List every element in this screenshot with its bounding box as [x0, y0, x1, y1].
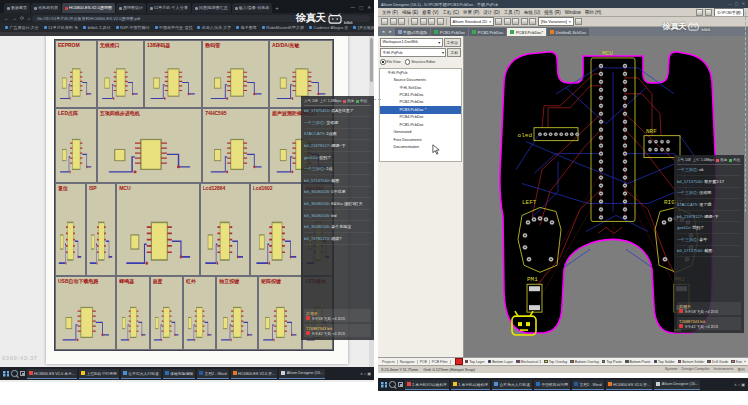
- menu-item[interactable]: 文件 (F): [382, 10, 398, 15]
- layer-tab[interactable]: Top Solder: [654, 360, 675, 364]
- layer-tab[interactable]: Bottom Solder: [678, 360, 705, 364]
- copy-icon[interactable]: [420, 18, 427, 25]
- nav-icon[interactable]: [696, 9, 703, 16]
- start-button-icon[interactable]: [381, 382, 387, 388]
- browser-tab[interactable]: HC6800-ES-V2.0原理图: [62, 3, 115, 13]
- menu-item[interactable]: Window: [565, 10, 581, 15]
- view-mode-dropdown[interactable]: Altium Standard 2D▾: [450, 17, 494, 26]
- panel-tab[interactable]: PCB Filter: [430, 360, 451, 364]
- document-tab[interactable]: 手柄v1完成版: [395, 28, 431, 36]
- paste-icon[interactable]: [428, 18, 435, 25]
- bookmark-item[interactable]: 中国器件信息·查找: [155, 25, 193, 30]
- layer-tab[interactable]: Bottom Overlay: [570, 360, 599, 364]
- tree-item[interactable]: 手柄.SchDoc: [380, 84, 461, 92]
- taskbar-app-button[interactable]: 全不想大人们知道: [492, 380, 532, 390]
- tab-scroll-right-icon[interactable]: ▸: [387, 28, 393, 36]
- tree-item[interactable]: PCB1.PcbDoc: [380, 91, 461, 99]
- status-panel-link[interactable]: Instruments: [714, 367, 734, 372]
- window-control-button[interactable]: ▢: [735, 0, 739, 8]
- project-dropdown[interactable]: 手柄.PrjPcb▾: [380, 48, 446, 57]
- tree-item[interactable]: 手柄.PrjPcb: [380, 69, 461, 77]
- browser-tab[interactable]: 新标签页: [4, 3, 30, 13]
- taskbar-app-button[interactable]: 文档2 - Word: [572, 380, 604, 390]
- file-view-radio[interactable]: File View: [380, 59, 401, 65]
- bookmark-item[interactable]: NXP-中国官网站: [116, 25, 150, 30]
- tree-item[interactable]: PCB4.PcbDoc: [380, 114, 461, 122]
- route-icon[interactable]: [512, 18, 519, 25]
- workspace-button[interactable]: 工作台: [444, 38, 461, 47]
- panel-tab[interactable]: Navigator: [398, 360, 418, 364]
- bookmark-item[interactable]: 广告屏设计-大全: [5, 25, 39, 30]
- layer-tab[interactable]: Bottom Layer: [488, 360, 513, 364]
- via-icon[interactable]: [521, 18, 528, 25]
- tree-item[interactable]: PCB3.PcbDoc *: [380, 106, 461, 114]
- bookmark-item[interactable]: Cadence Allegro-在: [309, 25, 348, 30]
- status-panel-link[interactable]: Design Compiler: [681, 367, 709, 372]
- bookmark-item[interactable]: RoboMaster机甲大师: [262, 25, 304, 30]
- layer-tab[interactable]: Top Layer: [465, 360, 485, 364]
- nav-icon[interactable]: [705, 9, 712, 16]
- menu-item[interactable]: 编辑 (E): [402, 10, 418, 15]
- taskbar-app-button[interactable]: 让不得大人们知道: [121, 369, 161, 379]
- workspace-dropdown[interactable]: Workspace1.DsnWrk▾: [380, 38, 443, 47]
- bookmark-item[interactable]: [开发板]科创选题: [353, 25, 374, 30]
- menu-item[interactable]: 报告 (R): [544, 10, 561, 15]
- taskbar-app-button[interactable]: Altium Designer (16...: [279, 369, 325, 379]
- taskbar-app-button[interactable]: 2.单片机I/O试验程序: [405, 380, 449, 390]
- browser-tab[interactable]: 51单片机·个人分享: [147, 3, 191, 13]
- document-path-box[interactable]: D:\PCB\手柄\: [714, 8, 744, 17]
- undo-icon[interactable]: [437, 18, 444, 25]
- bookmark-item[interactable]: 51单片机资料·第: [44, 25, 78, 30]
- system-tray[interactable]: ∧ ♪ ▣: [360, 371, 371, 376]
- task-view-icon[interactable]: [20, 371, 25, 376]
- taskbar-app-button[interactable]: 1.单片机试验程序: [451, 380, 490, 390]
- browser-tab[interactable]: 问答|电路图汇总: [192, 3, 231, 13]
- scrollbar-thumb[interactable]: [370, 38, 373, 82]
- window-control-button[interactable]: ✕: [367, 3, 371, 13]
- tree-item[interactable]: PCB2.PcbDoc: [380, 99, 461, 107]
- layer-tab[interactable]: Drill Guide: [707, 360, 728, 364]
- new-doc-icon[interactable]: [381, 18, 388, 25]
- menu-item[interactable]: 工程 (C): [443, 10, 460, 15]
- settings-icon[interactable]: [575, 18, 582, 25]
- variations-dropdown[interactable]: [No Variations]▾: [538, 17, 574, 26]
- search-icon[interactable]: [11, 370, 18, 377]
- taskbar-app-button[interactable]: HC6800-ES V2.0 开...: [606, 380, 653, 390]
- taskbar-app-button[interactable]: Altium Designer (16...: [654, 380, 700, 390]
- nav-button[interactable]: →: [12, 15, 17, 21]
- pad-icon[interactable]: [529, 18, 536, 25]
- tab-scroll-left-icon[interactable]: ◂: [380, 28, 386, 36]
- layer-tab[interactable]: Top Paste: [602, 360, 622, 364]
- window-control-button[interactable]: ▢: [359, 3, 363, 13]
- structure-editor-radio[interactable]: Structure Editor: [405, 59, 436, 65]
- taskbar-app-button[interactable]: 中国铁路出行网: [534, 380, 570, 390]
- nav-button[interactable]: ⟳: [20, 15, 24, 21]
- window-control-button[interactable]: —: [728, 0, 732, 8]
- tree-item[interactable]: PCB5.PcbDoc: [380, 121, 461, 129]
- layer-tab[interactable]: Keep-Out Layer: [731, 360, 741, 364]
- new-tab-button[interactable]: +: [273, 3, 281, 13]
- taskbar-app-button[interactable]: HC6800-ES V2.0 单片...: [27, 369, 77, 379]
- menu-item[interactable]: 帮助 (H): [585, 10, 602, 15]
- task-view-icon[interactable]: [398, 382, 403, 387]
- layer-tab[interactable]: Bottom Paste: [625, 360, 651, 364]
- window-control-button[interactable]: ✕: [742, 0, 745, 8]
- open-icon[interactable]: [390, 18, 397, 25]
- grid-icon[interactable]: [504, 18, 511, 25]
- panel-tab[interactable]: PCB: [418, 360, 430, 364]
- menu-item[interactable]: 布线 (U): [524, 10, 541, 15]
- save-icon[interactable]: [398, 18, 405, 25]
- bookmark-item[interactable]: bilibili 工具站: [83, 25, 110, 30]
- browser-tab[interactable]: 原理图设计: [116, 3, 146, 13]
- menu-item[interactable]: 放置 (P): [463, 10, 479, 15]
- layer-overflow-icon[interactable]: »: [744, 359, 746, 364]
- document-tab[interactable]: PCB3.PcbDoc*: [507, 28, 546, 36]
- taskbar-app-button[interactable]: 体验电脑编辑: [163, 369, 195, 379]
- bookmark-item[interactable]: 电子图库: [236, 25, 257, 30]
- status-panel-link[interactable]: System: [665, 367, 678, 372]
- document-tab[interactable]: PCB2.PcbDoc: [469, 28, 506, 36]
- tree-item[interactable]: Source Documents: [380, 76, 461, 84]
- taskbar-app-button[interactable]: HC6800-ES V2.0 开...: [231, 369, 278, 379]
- search-icon[interactable]: [389, 381, 396, 388]
- panel-tab[interactable]: Projects: [380, 360, 398, 364]
